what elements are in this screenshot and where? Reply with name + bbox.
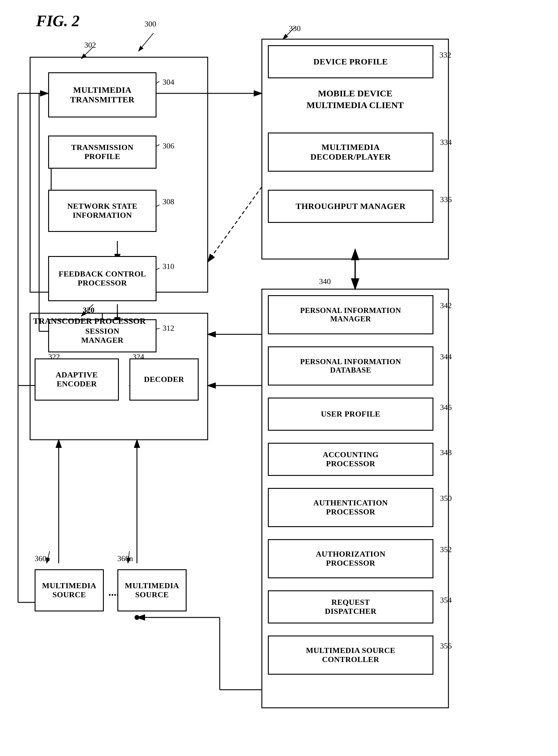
- label-308: 308: [162, 197, 174, 206]
- label-340: 340: [319, 277, 331, 286]
- authorization-processor-box: AUTHORIZATION PROCESSOR: [268, 539, 433, 578]
- multimedia-source-a-box: MULTIMEDIA SOURCE: [34, 569, 104, 611]
- multimedia-source-controller-box: MULTIMEDIA SOURCE CONTROLLER: [268, 636, 433, 675]
- svg-line-20: [208, 187, 262, 262]
- network-state-info-box: NETWORK STATE INFORMATION: [48, 190, 156, 232]
- accounting-processor-box: ACCOUNTING PROCESSOR: [268, 443, 433, 476]
- feedback-control-processor-box: FEEDBACK CONTROL PROCESSOR: [48, 256, 156, 301]
- request-dispatcher-box: REQUEST DISPATCHER: [268, 590, 433, 624]
- multimedia-transmitter-box: MULTIMEDIA TRANSMITTER: [48, 72, 156, 118]
- label-344: 344: [440, 352, 452, 361]
- adaptive-encoder-box: ADAPTIVE ENCODER: [34, 359, 119, 400]
- label-304: 304: [162, 78, 174, 87]
- transmission-profile-box: TRANSMISSION PROFILE: [48, 136, 156, 169]
- label-332: 332: [439, 51, 451, 59]
- label-360n: 360n: [118, 554, 133, 563]
- figure-title: FIG. 2: [36, 12, 79, 30]
- label-322: 322: [48, 352, 60, 361]
- label-350: 350: [440, 494, 452, 503]
- label-300: 300: [145, 20, 156, 29]
- label-330: 330: [289, 24, 301, 33]
- device-profile-box: DEVICE PROFILE: [268, 45, 433, 78]
- label-348: 348: [440, 448, 452, 457]
- multimedia-decoder-player-box: MULTIMEDIA DECODER/PLAYER: [268, 132, 433, 172]
- label-320-val: 320: [83, 306, 95, 315]
- svg-point-33: [134, 615, 140, 620]
- user-profile-box: USER PROFILE: [268, 397, 433, 431]
- label-310: 310: [162, 262, 174, 271]
- label-334: 334: [440, 138, 452, 147]
- authentication-processor-box: AUTHENTICATION PROCESSOR: [268, 488, 433, 527]
- label-356: 356: [440, 641, 452, 651]
- mobile-device-label: MOBILE DEVICE MULTIMEDIA CLIENT: [268, 87, 442, 111]
- personal-info-manager-box: PERSONAL INFORMATION MANAGER: [268, 295, 433, 334]
- label-346: 346: [440, 403, 452, 412]
- label-302: 302: [84, 41, 96, 50]
- label-312: 312: [162, 324, 174, 333]
- label-336: 336: [440, 195, 452, 204]
- label-306: 306: [162, 142, 174, 151]
- label-342: 342: [440, 301, 452, 310]
- personal-info-database-box: PERSONAL INFORMATION DATABASE: [268, 346, 433, 386]
- label-352: 352: [440, 545, 452, 554]
- label-324: 324: [132, 352, 144, 361]
- label-354: 354: [440, 596, 452, 605]
- transcoder-processor-label: TRANSCODER PROCESSOR: [33, 316, 146, 326]
- label-360a: 360a: [34, 554, 50, 563]
- throughput-manager-box: THROUGHPUT MANAGER: [268, 190, 433, 223]
- svg-line-35: [138, 33, 153, 51]
- decoder-box: DECODER: [129, 359, 199, 400]
- multimedia-source-n-box: MULTIMEDIA SOURCE: [118, 569, 186, 611]
